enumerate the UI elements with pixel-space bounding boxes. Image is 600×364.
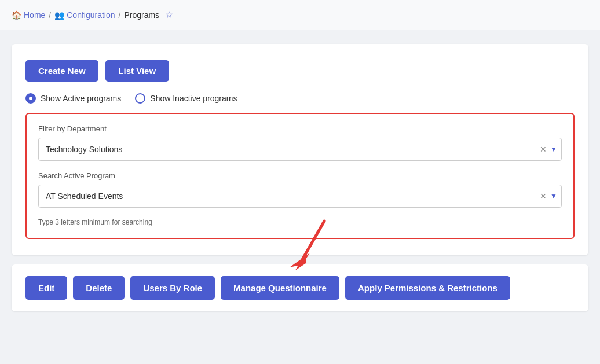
- config-icon: 👥: [54, 10, 64, 20]
- show-inactive-radio[interactable]: Show Inactive programs: [135, 93, 237, 104]
- breadcrumb-programs: Programs: [124, 10, 159, 20]
- breadcrumb-config[interactable]: 👥 Configuration: [54, 10, 115, 20]
- dept-select-wrapper: Technology Solutions ✕ ▼: [38, 138, 562, 161]
- active-radio-dot: [25, 93, 36, 104]
- search-select-wrapper: AT Scheduled Events ✕ ▼: [38, 185, 562, 208]
- main-content: Create New List View Show Active program…: [0, 30, 600, 325]
- show-active-radio[interactable]: Show Active programs: [25, 93, 121, 104]
- breadcrumb-sep-2: /: [119, 10, 121, 20]
- breadcrumb-home[interactable]: 🏠 Home: [12, 10, 45, 20]
- favorite-star-icon[interactable]: ☆: [165, 9, 173, 20]
- search-program-select[interactable]: AT Scheduled Events: [38, 185, 562, 208]
- filter-box: Filter by Department Technology Solution…: [25, 113, 575, 239]
- main-card: Create New List View Show Active program…: [12, 44, 588, 255]
- list-view-button[interactable]: List View: [105, 60, 169, 82]
- home-icon: 🏠: [12, 10, 21, 20]
- inactive-radio-dot: [135, 93, 145, 104]
- apply-permissions-button[interactable]: Apply Permissions & Restrictions: [345, 276, 510, 300]
- top-button-row: Create New List View: [25, 60, 575, 82]
- dept-filter-label: Filter by Department: [38, 124, 562, 133]
- radio-row: Show Active programs Show Inactive progr…: [25, 93, 575, 104]
- search-hint: Type 3 letters minimum for searching: [38, 218, 562, 226]
- bottom-action-bar: Edit Delete Users By Role Manage Questio…: [12, 264, 588, 311]
- edit-button[interactable]: Edit: [25, 276, 67, 300]
- delete-button[interactable]: Delete: [73, 276, 125, 300]
- users-by-role-button[interactable]: Users By Role: [130, 276, 215, 300]
- breadcrumb-sep-1: /: [49, 10, 51, 20]
- search-filter-label: Search Active Program: [38, 171, 562, 180]
- create-new-button[interactable]: Create New: [25, 60, 98, 82]
- dept-clear-icon[interactable]: ✕: [540, 145, 547, 154]
- manage-questionnaire-button[interactable]: Manage Questionnaire: [221, 276, 339, 300]
- dept-select[interactable]: Technology Solutions: [38, 138, 562, 161]
- search-clear-icon[interactable]: ✕: [540, 192, 547, 201]
- breadcrumb-bar: 🏠 Home / 👥 Configuration / Programs ☆: [0, 0, 600, 30]
